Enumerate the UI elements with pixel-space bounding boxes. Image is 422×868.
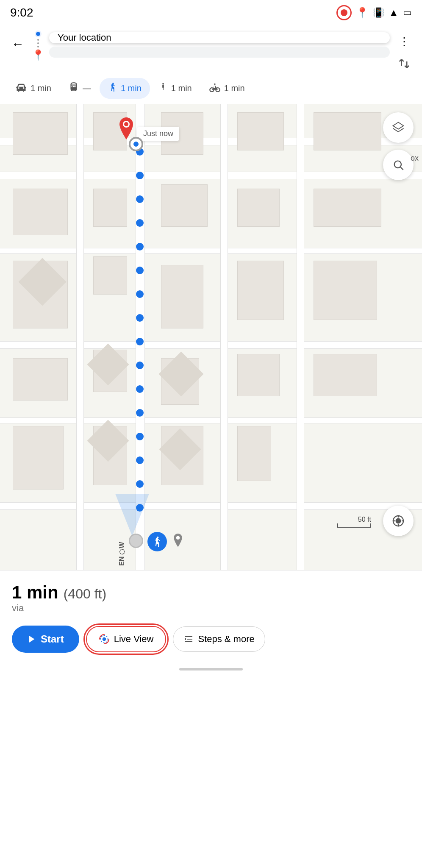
walk-icon	[108, 81, 117, 95]
steps-more-button[interactable]: Steps & more	[173, 626, 265, 652]
route-dot-3	[136, 195, 144, 203]
building-13	[161, 265, 203, 328]
building-2	[13, 189, 68, 235]
origin-input[interactable]	[49, 32, 390, 43]
current-location-marker	[129, 534, 143, 548]
street-v1	[76, 104, 84, 570]
building-16	[237, 112, 284, 150]
building-5	[13, 426, 64, 490]
location-icon: 📍	[356, 7, 369, 19]
drive-icon	[15, 82, 27, 95]
building-4	[13, 358, 68, 401]
building-19	[237, 354, 280, 396]
tab-ride[interactable]: 1 min	[150, 78, 200, 99]
route-dot-9	[136, 338, 144, 345]
street-h2	[0, 172, 422, 179]
route-via: via	[12, 603, 410, 614]
route-time-row: 1 min (400 ft)	[12, 582, 410, 603]
bottom-panel: 1 min (400 ft) via Start Live View	[0, 570, 422, 663]
building-7	[93, 189, 127, 227]
route-dot-6	[136, 267, 144, 274]
svg-point-18	[102, 637, 106, 641]
record-icon	[336, 5, 352, 20]
street-v3	[220, 104, 228, 570]
route-dot-11	[136, 385, 144, 393]
svg-point-9	[394, 161, 401, 168]
street-h5	[0, 417, 422, 423]
building-1	[13, 112, 68, 155]
live-view-button[interactable]: Live View	[86, 626, 167, 652]
home-bar	[0, 663, 422, 674]
building-17	[237, 189, 280, 227]
record-icon-inner	[341, 9, 347, 16]
building-22	[314, 189, 381, 227]
destination-input[interactable]	[49, 47, 390, 58]
swap-directions-button[interactable]	[395, 54, 414, 73]
svg-marker-17	[29, 636, 35, 643]
route-dot-13	[136, 433, 144, 440]
building-23	[314, 261, 377, 320]
ride-tab-label: 1 min	[171, 83, 192, 93]
origin-dot	[133, 142, 139, 147]
route-dot-15	[136, 480, 144, 488]
svg-point-11	[396, 519, 401, 523]
building-24	[314, 354, 377, 396]
route-dot-4	[136, 219, 144, 227]
route-dot-7	[136, 290, 144, 298]
walk-person-marker	[147, 532, 167, 551]
building-20	[237, 426, 271, 481]
start-button[interactable]: Start	[12, 626, 79, 653]
back-button[interactable]: ←	[8, 35, 27, 53]
walk-tab-label: 1 min	[121, 83, 142, 93]
building-8	[93, 256, 127, 295]
route-dot-8	[136, 314, 144, 322]
street-h4	[0, 341, 422, 349]
search-button[interactable]	[383, 150, 414, 180]
origin-dot-icon	[35, 31, 42, 37]
search-inputs: 📍	[32, 29, 390, 61]
status-icons: 📍 📳 ▲ ▭	[336, 5, 412, 20]
svg-marker-8	[393, 122, 404, 129]
action-buttons: Start Live View Steps & more	[12, 626, 410, 653]
vibrate-icon: 📳	[373, 7, 384, 18]
svg-point-7	[176, 536, 180, 540]
building-12	[161, 184, 208, 227]
route-dot-2	[136, 172, 144, 179]
battery-icon: ▭	[403, 7, 412, 18]
tab-transit[interactable]: —	[60, 78, 100, 99]
transit-icon	[68, 81, 79, 95]
route-dot-10	[136, 362, 144, 369]
steps-icon	[183, 634, 194, 644]
transport-tabs: 1 min — 1 min 1 min 1 min	[0, 76, 422, 104]
wifi-icon: ▲	[389, 7, 399, 19]
origin-marker	[129, 137, 143, 151]
transit-tab-label: —	[83, 83, 91, 93]
route-dot-16	[136, 504, 144, 512]
svg-rect-23	[185, 638, 186, 640]
svg-point-1	[162, 83, 164, 85]
origin-row: 📍	[32, 29, 390, 61]
route-time: 1 min	[12, 582, 58, 603]
more-options-button[interactable]: ⋮	[395, 32, 414, 51]
route-dot-12	[136, 409, 144, 417]
tab-bike[interactable]: 1 min	[200, 78, 253, 98]
status-bar: 9:02 📍 📳 ▲ ▭	[0, 0, 422, 24]
building-21	[314, 112, 381, 150]
bike-icon	[209, 82, 221, 95]
street-h3	[0, 248, 422, 254]
destination-pin-icon: 📍	[32, 49, 44, 61]
steps-more-label: Steps & more	[198, 634, 254, 645]
route-connector	[37, 37, 39, 49]
tab-walk[interactable]: 1 min	[100, 78, 150, 99]
layers-button[interactable]	[383, 112, 414, 143]
my-location-button[interactable]	[383, 506, 414, 536]
search-header: ← 📍 ⋮	[0, 24, 422, 76]
street-v4	[297, 104, 304, 570]
live-view-label: Live View	[114, 634, 154, 645]
map-container[interactable]: Just now EN◌W ox 50	[0, 104, 422, 570]
live-view-icon	[99, 634, 110, 645]
building-18	[237, 261, 284, 320]
tab-drive[interactable]: 1 min	[7, 78, 60, 98]
route-dot-14	[136, 456, 144, 464]
scale-label: 50 ft	[358, 516, 371, 523]
